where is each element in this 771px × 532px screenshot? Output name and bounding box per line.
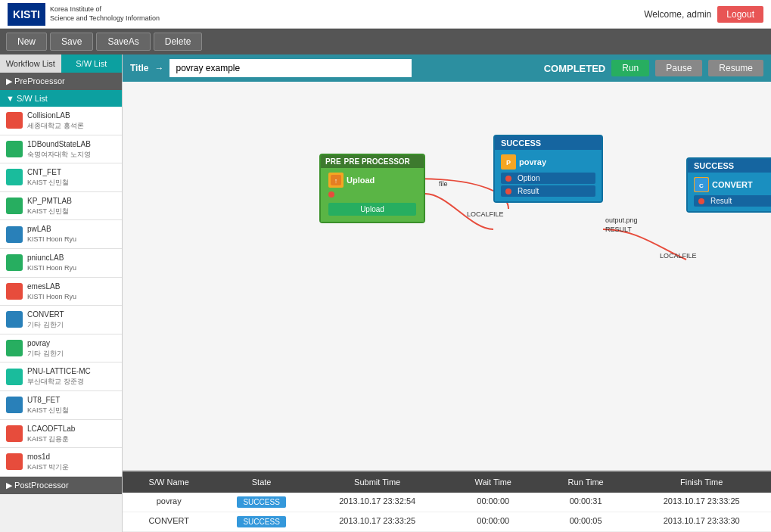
svg-rect-10 bbox=[9, 400, 20, 410]
saveas-button[interactable]: SaveAs bbox=[96, 33, 150, 51]
sidebar-item-icon bbox=[6, 226, 23, 243]
sidebar-item-icon bbox=[6, 425, 23, 442]
sidebar-item[interactable]: pwLAB KISTI Hoon Ryu bbox=[0, 220, 122, 249]
cell-finish: 2013.10.17 23:33:30 bbox=[632, 512, 771, 531]
povray-body: P povray Option Result bbox=[495, 150, 602, 201]
sidebar-item[interactable]: KP_PMTLAB KAIST 신민철 bbox=[0, 192, 122, 221]
povray-option-port[interactable]: Option bbox=[501, 173, 595, 184]
cell-submit: 2013.10.17 23:33:25 bbox=[308, 512, 447, 531]
cell-state: SUCCESS bbox=[215, 493, 307, 512]
preprocessor-header: PRE PRE PROCESSOR bbox=[321, 155, 424, 168]
svg-rect-12 bbox=[9, 456, 20, 467]
povray-sw-row: P povray bbox=[498, 153, 598, 171]
convert-icon: C bbox=[694, 177, 709, 192]
tab-workflow-list[interactable]: Workflow List bbox=[0, 54, 61, 73]
cell-swname: CONVERT bbox=[123, 512, 215, 531]
sidebar-item-text: pwLAB KISTI Hoon Ryu bbox=[27, 224, 76, 244]
svg-text:↑: ↑ bbox=[334, 177, 338, 185]
upload-port-row bbox=[325, 189, 419, 200]
upload-port-dot bbox=[328, 191, 334, 198]
povray-icon: P bbox=[501, 154, 516, 170]
col-state: State bbox=[215, 476, 307, 488]
sidebar-item[interactable]: UT8_FET KAIST 신민철 bbox=[0, 391, 122, 420]
convert-result-port[interactable]: Result bbox=[694, 195, 771, 207]
svg-rect-5 bbox=[9, 257, 20, 268]
sidebar-sw-section[interactable]: ▼ S/W List bbox=[0, 90, 122, 107]
convert-success-label: SUCCESS bbox=[694, 161, 734, 170]
sidebar-item-text: UT8_FET KAIST 신민철 bbox=[27, 395, 69, 415]
sidebar-item-icon bbox=[6, 311, 23, 328]
sidebar-item[interactable]: LCAODFTLab KAIST 김용훈 bbox=[0, 420, 122, 449]
save-button[interactable]: Save bbox=[50, 33, 93, 51]
convert-sw-name: CONVERT bbox=[712, 180, 753, 189]
result1-label: RESULT bbox=[605, 226, 632, 233]
delete-button[interactable]: Delete bbox=[154, 33, 203, 51]
sidebar-item-text: emesLAB KISTI Hoon Ryu bbox=[27, 282, 76, 302]
svg-rect-6 bbox=[9, 286, 20, 297]
preprocessor-node: PRE PRE PROCESSOR ↑ Upload Upload bbox=[319, 154, 425, 223]
sidebar-item-text: CollisionLAB 세종대학교 홍석론 bbox=[27, 110, 84, 131]
svg-rect-3 bbox=[9, 201, 20, 211]
svg-text:P: P bbox=[506, 159, 511, 166]
sidebar-item[interactable]: CNT_FET KAIST 신민철 bbox=[0, 163, 122, 192]
povray-result-label: Result bbox=[518, 187, 539, 195]
sidebar-item[interactable]: CONVERT 기타 김한기 bbox=[0, 306, 122, 334]
povray-success-label: SUCCESS bbox=[501, 138, 541, 148]
sidebar-tabs: Workflow List S/W List bbox=[0, 54, 122, 73]
option-port-dot bbox=[505, 176, 511, 182]
sidebar-item[interactable]: emesLAB KISTI Hoon Ryu bbox=[0, 278, 122, 306]
sidebar-item-icon bbox=[6, 369, 23, 385]
cell-submit: 2013.10.17 23:32:54 bbox=[308, 493, 447, 512]
convert-result-label: Result bbox=[710, 197, 732, 205]
sidebar-preprocessor-section[interactable]: ▶ PreProcessor bbox=[0, 73, 122, 90]
welcome-text: Welcome, admin bbox=[644, 9, 711, 20]
table-body: povray SUCCESS 2013.10.17 23:32:54 00:00… bbox=[123, 493, 771, 532]
logout-button[interactable]: Logout bbox=[717, 6, 763, 23]
sidebar-item[interactable]: PNU-LATTICE-MC 부산대학교 장준경 bbox=[0, 362, 122, 391]
table-header: S/W Name State Submit Time Wait Time Run… bbox=[123, 471, 771, 493]
preprocessor-sw-name: Upload bbox=[347, 176, 375, 185]
sidebar-item-icon bbox=[6, 283, 23, 300]
sidebar-item-icon bbox=[6, 254, 23, 271]
sidebar-item[interactable]: povray 기타 김한기 bbox=[0, 334, 122, 363]
workflow-title-input[interactable] bbox=[169, 59, 412, 77]
localfile1-label: LOCALFILE bbox=[467, 210, 504, 218]
svg-rect-4 bbox=[9, 229, 20, 240]
sidebar-item[interactable]: pniuncLAB KISTI Hoon Ryu bbox=[0, 249, 122, 278]
content-area: Title → COMPLETED Run Pause Resume file … bbox=[123, 54, 771, 532]
sidebar-item[interactable]: 1DBoundStateLAB 숙명여자대학 노지영 bbox=[0, 135, 122, 164]
svg-rect-9 bbox=[9, 372, 20, 382]
sidebar-postprocessor-section[interactable]: ▶ PostProcessor bbox=[0, 477, 122, 494]
sidebar-item-text: povray 기타 김한기 bbox=[27, 338, 64, 359]
sidebar-item-text: LCAODFTLab KAIST 김용훈 bbox=[27, 424, 75, 444]
toolbar: New Save SaveAs Delete bbox=[0, 29, 771, 54]
title-label: Title bbox=[130, 63, 148, 73]
preprocessor-title: PRE PROCESSOR bbox=[344, 157, 410, 166]
sidebar-item-text: KP_PMTLAB KAIST 신민철 bbox=[27, 196, 72, 216]
sidebar-item[interactable]: CollisionLAB 세종대학교 홍석론 bbox=[0, 107, 122, 135]
logo-abbr: KISTI bbox=[13, 8, 40, 20]
resume-button[interactable]: Resume bbox=[708, 60, 763, 76]
cell-run: 00:00:05 bbox=[539, 512, 632, 531]
logo-text: Korea Institute of Science and Technolog… bbox=[50, 5, 160, 23]
sidebar-item[interactable]: mos1d KAIST 박기운 bbox=[0, 448, 122, 477]
main-layout: Workflow List S/W List ▶ PreProcessor ▼ … bbox=[0, 54, 771, 532]
povray-result-port[interactable]: Result bbox=[501, 185, 595, 197]
sidebar: Workflow List S/W List ▶ PreProcessor ▼ … bbox=[0, 54, 123, 532]
convert-result-dot bbox=[698, 198, 704, 204]
sidebar-items-container: CollisionLAB 세종대학교 홍석론 1DBoundStateLAB 숙… bbox=[0, 107, 122, 477]
logo-icon: KISTI bbox=[8, 3, 45, 26]
upload-button[interactable]: Upload bbox=[328, 203, 416, 216]
new-button[interactable]: New bbox=[6, 33, 47, 51]
pause-button[interactable]: Pause bbox=[655, 60, 702, 76]
file-label: file bbox=[439, 180, 448, 188]
svg-rect-0 bbox=[9, 115, 20, 126]
sidebar-item-text: mos1d KAIST 박기운 bbox=[27, 452, 69, 472]
run-button[interactable]: Run bbox=[611, 60, 649, 76]
svg-rect-2 bbox=[9, 172, 20, 182]
preprocessor-body: ↑ Upload Upload bbox=[321, 168, 424, 222]
col-wait: Wait Time bbox=[447, 476, 539, 488]
sidebar-item-icon bbox=[6, 453, 23, 470]
tab-sw-list[interactable]: S/W List bbox=[61, 54, 123, 73]
povray-header: SUCCESS bbox=[495, 136, 602, 150]
